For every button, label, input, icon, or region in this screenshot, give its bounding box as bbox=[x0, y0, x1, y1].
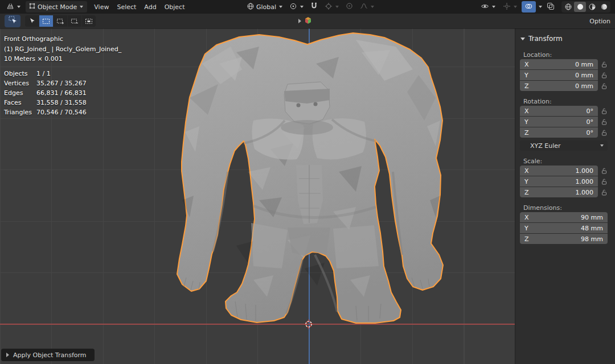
mode-label: Object Mode bbox=[38, 3, 77, 11]
location-z-field[interactable]: Z0 mm bbox=[520, 81, 598, 91]
menu-add[interactable]: Add bbox=[140, 2, 160, 13]
editor-type-button[interactable] bbox=[3, 1, 23, 13]
proportional-editing-icon bbox=[346, 2, 353, 11]
visibility-dropdown[interactable] bbox=[478, 1, 498, 13]
lock-icon[interactable] bbox=[601, 83, 607, 89]
chevron-down-icon bbox=[335, 6, 339, 8]
golem-eye-right bbox=[314, 102, 318, 106]
chevron-down-icon bbox=[492, 6, 495, 8]
golem-eye-left bbox=[297, 104, 301, 107]
select-mode-invert-button[interactable] bbox=[82, 15, 96, 27]
orientation-globe-icon bbox=[247, 2, 255, 12]
rotation-mode-dropdown[interactable]: XYZ Euler bbox=[520, 140, 608, 151]
select-mode-subtract-button[interactable] bbox=[68, 15, 81, 27]
rotation-label: Rotation: bbox=[523, 98, 610, 105]
chevron-down-icon bbox=[520, 38, 525, 40]
viewport-editor-icon bbox=[6, 2, 14, 12]
select-mode-extend-button[interactable] bbox=[54, 15, 67, 27]
3d-viewport[interactable]: Front Orthographic (1) RG_Joined_ | Rocl… bbox=[0, 14, 515, 364]
chevron-right-icon bbox=[6, 353, 9, 357]
lock-icon[interactable] bbox=[601, 119, 607, 125]
golem-head bbox=[281, 82, 333, 135]
grid-scale-info: 10 Meters × 0.001 bbox=[4, 54, 121, 64]
shading-solid-button[interactable] bbox=[574, 2, 586, 12]
panel-title: Transform bbox=[528, 35, 563, 43]
shading-rendered-button[interactable] bbox=[598, 2, 610, 12]
lock-icon[interactable] bbox=[601, 108, 607, 114]
chevron-down-icon bbox=[80, 6, 83, 8]
view-name: Front Orthographic bbox=[4, 34, 121, 44]
scale-z-field[interactable]: Z1.000 bbox=[520, 187, 598, 197]
active-tool-button[interactable] bbox=[5, 15, 20, 27]
lock-icon[interactable] bbox=[601, 168, 607, 174]
transform-panel-header[interactable]: Transform bbox=[515, 33, 615, 44]
xray-icon bbox=[547, 2, 555, 12]
tool-settings-bar: Option bbox=[0, 14, 615, 28]
location-label: Location: bbox=[523, 51, 610, 59]
chevron-down-icon bbox=[17, 6, 20, 8]
lock-icon[interactable] bbox=[601, 130, 607, 136]
menu-object[interactable]: Object bbox=[161, 2, 189, 13]
dimensions-x-field[interactable]: X90 mm bbox=[520, 212, 608, 222]
operator-panel-label: Apply Object Transform bbox=[13, 351, 87, 359]
rotation-mode-value: XYZ Euler bbox=[530, 142, 561, 150]
chevron-down-icon bbox=[514, 6, 517, 8]
object-breadcrumb[interactable] bbox=[298, 14, 312, 28]
snap-target-dropdown[interactable] bbox=[322, 1, 342, 13]
dimensions-y-field[interactable]: Y48 mm bbox=[520, 223, 608, 233]
menu-select[interactable]: Select bbox=[113, 2, 140, 13]
rotation-x-field[interactable]: X0° bbox=[520, 106, 598, 116]
dimensions-label: Dimensions: bbox=[523, 204, 610, 212]
overlays-toggle-button[interactable] bbox=[522, 1, 536, 13]
location-y-field[interactable]: Y0 mm bbox=[520, 70, 598, 80]
mode-dropdown[interactable]: Object Mode bbox=[26, 1, 87, 13]
viewport-info-overlay: Front Orthographic (1) RG_Joined_ | Rocl… bbox=[4, 34, 121, 64]
active-object-info: (1) RG_Joined_ | Rocly_Golem_Joined_ bbox=[4, 44, 121, 55]
options-dropdown[interactable]: Option bbox=[585, 16, 610, 27]
select-box-tool-icon bbox=[9, 16, 17, 26]
operator-redo-panel[interactable]: Apply Object Transform bbox=[1, 349, 95, 361]
select-mode-tweak-button[interactable] bbox=[25, 15, 39, 27]
shading-material-button[interactable] bbox=[586, 2, 598, 12]
lock-icon[interactable] bbox=[601, 61, 607, 68]
xray-toggle-button[interactable] bbox=[544, 1, 557, 13]
gizmo-dropdown[interactable] bbox=[500, 1, 520, 13]
pivot-point-icon bbox=[289, 2, 297, 12]
rotation-y-field[interactable]: Y0° bbox=[520, 117, 598, 127]
viewport-header: Object Mode View Select Add Object Globa… bbox=[0, 0, 615, 14]
blender-window: Object Mode View Select Add Object Globa… bbox=[0, 0, 615, 364]
location-x-field[interactable]: X0 mm bbox=[520, 59, 598, 69]
falloff-dropdown[interactable] bbox=[357, 1, 377, 13]
pivot-point-dropdown[interactable] bbox=[286, 1, 306, 13]
snap-toggle-button[interactable] bbox=[308, 1, 321, 13]
lock-icon[interactable] bbox=[601, 189, 607, 196]
scale-y-field[interactable]: Y1.000 bbox=[520, 176, 598, 187]
select-mode-set-button[interactable] bbox=[39, 15, 53, 27]
menu-bar: View Select Add Object bbox=[90, 2, 188, 13]
orientation-dropdown[interactable]: Global bbox=[244, 1, 285, 13]
magnet-icon bbox=[310, 2, 318, 11]
chevron-down-icon bbox=[600, 144, 604, 147]
chevron-down-icon bbox=[300, 6, 304, 8]
orientation-label: Global bbox=[256, 3, 276, 11]
lock-icon[interactable] bbox=[601, 179, 607, 185]
lock-icon[interactable] bbox=[601, 72, 607, 78]
rotation-z-field[interactable]: Z0° bbox=[520, 127, 598, 138]
shading-wireframe-button[interactable] bbox=[562, 2, 574, 12]
viewport-display-cluster bbox=[478, 1, 612, 13]
object-data-cube-icon bbox=[304, 16, 312, 26]
chevron-down-icon[interactable] bbox=[539, 6, 542, 8]
snap-target-icon bbox=[325, 2, 333, 12]
overlays-icon bbox=[524, 2, 533, 12]
golem-model[interactable] bbox=[168, 30, 453, 325]
eye-icon bbox=[481, 2, 489, 12]
falloff-curve-icon bbox=[360, 2, 368, 11]
chevron-right-icon bbox=[298, 19, 301, 23]
menu-view[interactable]: View bbox=[90, 2, 113, 13]
scale-x-field[interactable]: X1.000 bbox=[520, 166, 598, 176]
3d-cursor bbox=[304, 319, 314, 329]
object-mode-icon bbox=[28, 2, 36, 11]
proportional-editing-button[interactable] bbox=[343, 1, 356, 13]
dimensions-z-field[interactable]: Z98 mm bbox=[520, 234, 608, 244]
chevron-down-icon bbox=[279, 6, 282, 8]
